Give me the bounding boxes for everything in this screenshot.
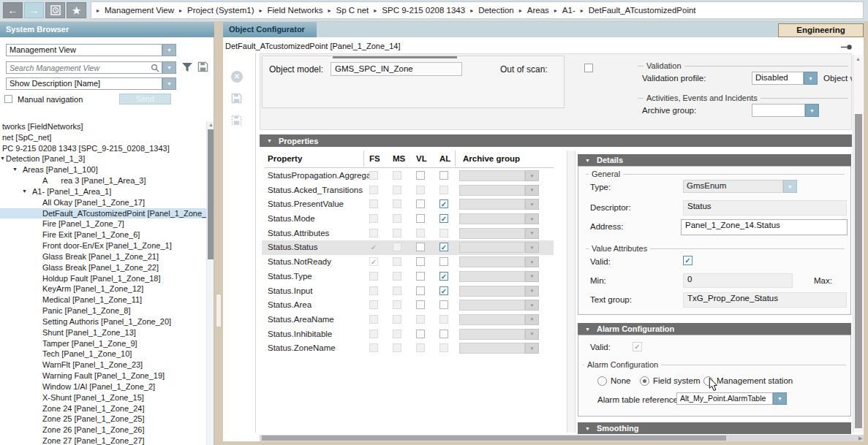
ms-checkbox[interactable]: [393, 343, 401, 352]
breadcrumb-item[interactable]: Sp C net: [336, 6, 369, 15]
archive-group-row-dropdown[interactable]: ▼: [459, 185, 539, 196]
scroll-up-icon[interactable]: ▲: [856, 56, 861, 61]
tree-item[interactable]: Front door-En/Ex [Panel_1_Zone_1]: [0, 240, 206, 251]
panel-splitter[interactable]: [214, 37, 223, 445]
tree-item[interactable]: ▼Detection [Panel_1_3]: [0, 153, 206, 164]
description-selector-dropdown[interactable]: Show Description [Name] ▼: [6, 77, 176, 90]
fs-checkbox[interactable]: [369, 286, 378, 295]
fs-checkbox[interactable]: [369, 214, 378, 223]
archive-group-row-dropdown[interactable]: ▼: [459, 213, 539, 224]
vl-checkbox[interactable]: [416, 199, 425, 208]
vl-checkbox[interactable]: [416, 186, 425, 194]
tree-item[interactable]: PC 9-215 0208 1343 [SPC_9-215_0208_1343]: [0, 143, 206, 154]
tree-item[interactable]: Tech [Panel_1_Zone_10]: [0, 349, 206, 360]
tree-item[interactable]: Zone 24 [Panel_1_Zone_24]: [0, 403, 206, 414]
send-button[interactable]: Send: [119, 94, 171, 104]
chevron-down-icon[interactable]: ▼: [22, 186, 27, 197]
tree-scrollbar[interactable]: ▲: [206, 121, 214, 445]
vl-checkbox[interactable]: [416, 300, 425, 309]
vl-checkbox[interactable]: [416, 243, 425, 251]
back-button[interactable]: ←: [3, 2, 23, 18]
tab-object-configurator[interactable]: Object Configurator: [223, 22, 317, 37]
al-checkbox[interactable]: [439, 257, 448, 266]
al-checkbox[interactable]: [439, 330, 448, 338]
table-row[interactable]: Status.Input▼: [262, 284, 554, 299]
chevron-down-icon[interactable]: ▼: [783, 180, 797, 193]
fs-checkbox[interactable]: [369, 300, 378, 309]
descriptor-field[interactable]: Status: [683, 200, 847, 216]
valid-checkbox[interactable]: ✓: [683, 256, 692, 265]
fs-checkbox[interactable]: [369, 243, 378, 251]
vl-checkbox[interactable]: [416, 330, 425, 338]
search-options-chevron-icon[interactable]: ▼: [162, 61, 176, 74]
table-row[interactable]: Status.PresentValue▼: [262, 197, 554, 212]
al-checkbox[interactable]: [439, 214, 448, 223]
alarm-valid-checkbox[interactable]: ✓: [633, 342, 642, 351]
archive-group-row-dropdown[interactable]: ▼: [459, 170, 539, 181]
collapse-triangle-icon[interactable]: ▼: [585, 158, 590, 163]
al-checkbox[interactable]: [439, 286, 448, 295]
tree-item[interactable]: Shunt [Panel_1_Zone_13]: [0, 327, 206, 338]
chevron-down-icon[interactable]: ▼: [162, 44, 176, 56]
vl-checkbox[interactable]: [416, 171, 425, 180]
table-row[interactable]: Status.NotReady▼: [262, 255, 554, 270]
vl-checkbox[interactable]: [416, 229, 425, 237]
fs-checkbox[interactable]: [369, 199, 378, 208]
al-checkbox[interactable]: [439, 199, 448, 208]
tree-item[interactable]: tworks [FieldNetworks]: [0, 121, 206, 132]
breadcrumb-item[interactable]: Field Networks: [267, 6, 322, 15]
tree-scrollbar-thumb[interactable]: [208, 129, 214, 259]
chevron-down-icon[interactable]: ▼: [804, 72, 818, 85]
archive-group-row-dropdown[interactable]: ▼: [459, 256, 539, 267]
archive-group-row-dropdown[interactable]: ▼: [459, 286, 539, 297]
save-search-icon[interactable]: [197, 61, 208, 72]
table-row[interactable]: Status.Area▼: [262, 298, 554, 313]
archive-group-row-dropdown[interactable]: ▼: [459, 199, 539, 210]
tree-item[interactable]: Setting Authoris [Panel_1_Zone_20]: [0, 316, 206, 327]
view-selector-dropdown[interactable]: Management View ▼: [6, 44, 176, 56]
tree-item[interactable]: Fire [Panel_1_Zone_7]: [0, 218, 206, 229]
alarm-configuration-section-header[interactable]: ▼ Alarm Configuration: [578, 323, 851, 335]
vl-checkbox[interactable]: [416, 286, 425, 295]
tree-item[interactable]: DetFault_ATcustomizedPoint [Panel_1_Zone…: [0, 208, 206, 219]
fs-checkbox[interactable]: [369, 171, 378, 180]
smoothing-section-header[interactable]: ▼ Smoothing: [578, 422, 851, 434]
vl-checkbox[interactable]: [416, 315, 425, 324]
search-input[interactable]: [7, 63, 151, 73]
table-row[interactable]: Status.Attributes▼: [262, 227, 554, 241]
type-dropdown[interactable]: GmsEnum ▼: [683, 180, 797, 193]
fs-checkbox[interactable]: [369, 229, 378, 237]
chevron-down-icon[interactable]: ▼: [773, 392, 787, 405]
filter-icon[interactable]: [181, 62, 193, 72]
table-row[interactable]: StatusPropagation.Aggregat▼: [262, 169, 554, 183]
fs-checkbox[interactable]: [369, 330, 378, 338]
fs-checkbox[interactable]: [369, 343, 378, 352]
archive-group-row-dropdown[interactable]: ▼: [459, 228, 539, 239]
al-checkbox[interactable]: [439, 171, 448, 180]
fs-checkbox[interactable]: [369, 315, 378, 324]
ms-checkbox[interactable]: [393, 330, 401, 338]
archive-group-row-dropdown[interactable]: ▼: [459, 314, 539, 325]
breadcrumb-item[interactable]: Project (System1): [187, 6, 254, 15]
al-checkbox[interactable]: [439, 300, 448, 309]
scroll-up-icon[interactable]: ▲: [208, 122, 214, 127]
table-row[interactable]: Status.Inhibitable▼: [262, 327, 554, 342]
tree-item[interactable]: Zone 26 [Panel_1_Zone_26]: [0, 425, 206, 436]
properties-section-header[interactable]: ▼ Properties: [260, 134, 852, 147]
tree-item[interactable]: X-Shunt [Panel_1_Zone_15]: [0, 392, 206, 403]
archive-group-row-dropdown[interactable]: ▼: [459, 242, 539, 253]
tree-item[interactable]: Warning Fault [Panel_1_Zone_19]: [0, 370, 206, 381]
ms-checkbox[interactable]: [393, 286, 401, 295]
tree-item[interactable]: KeyArm [Panel_1_Zone_12]: [0, 284, 206, 294]
collapse-triangle-icon[interactable]: ▼: [585, 327, 590, 332]
ms-checkbox[interactable]: [393, 315, 401, 324]
details-section-header[interactable]: ▼ Details: [578, 154, 851, 166]
engineering-mode-button[interactable]: Engineering: [778, 23, 864, 37]
favorites-button[interactable]: ★: [67, 2, 86, 18]
archive-group-row-dropdown[interactable]: ▼: [459, 300, 539, 311]
breadcrumb-item[interactable]: Areas: [527, 6, 549, 15]
ms-checkbox[interactable]: [393, 229, 401, 237]
table-detail-splitter[interactable]: [567, 151, 575, 433]
pin-icon[interactable]: [841, 45, 853, 50]
collapse-triangle-icon[interactable]: ▼: [585, 426, 590, 431]
